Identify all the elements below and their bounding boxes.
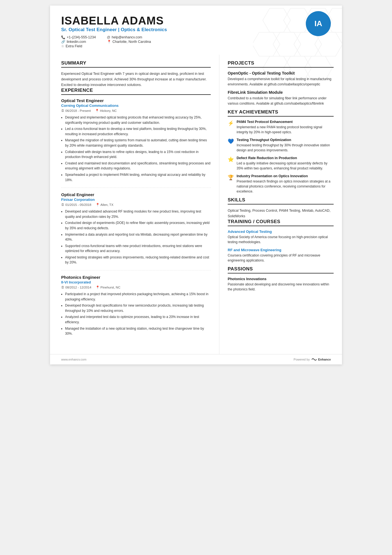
job-1-bullets: Designed and implemented optical testing… (61, 115, 211, 182)
achievements-section: KEY ACHIEVEMENTS ⚡ PAM4 Test Protocol En… (228, 109, 334, 194)
training-1-title: Advanced Optical Testing (228, 230, 334, 234)
job-3: Photonics Engineer II-VI Incorporated 🗓 … (61, 275, 211, 341)
bullet-item: Collaborated with design teams to refine… (65, 149, 211, 160)
avatar-initials: IA (314, 19, 322, 28)
extra-field-contact: ☆ Extra Field (61, 44, 96, 48)
footer-brand: Powered by Enhancv (294, 357, 331, 362)
training-section: TRAINING / COURSES Advanced Optical Test… (228, 219, 334, 263)
achievement-4-title: Industry Presentation on Optics Innovati… (237, 174, 334, 178)
footer: www.enhancv.com Powered by Enhancv (50, 354, 342, 364)
email-contact: @ help@enhancv.com (107, 35, 151, 39)
project-2: FibreLink Simulation Module Contributed … (228, 90, 334, 106)
bullet-item: Managed the migration of testing systems… (65, 138, 211, 148)
job-2-location: 📍 Allen, TX (96, 203, 113, 207)
achievement-1-desc: Implemented a new PAM4 testing protocol … (237, 125, 334, 135)
extra-field-value: Extra Field (66, 44, 82, 48)
bullet-item: Developed thorough test specifications f… (65, 303, 211, 313)
phone-value: +1-(234)-555-1234 (67, 35, 96, 39)
achievements-title: KEY ACHIEVEMENTS (228, 109, 334, 117)
achievement-2-desc: Increased testing throughput by 30% thro… (237, 143, 334, 153)
bullet-item: Developed and validated advanced RF test… (65, 209, 211, 219)
header-section: IA ISABELLA ADAMS Sr. Optical Test Engin… (50, 6, 342, 55)
pin-icon: 📍 (96, 285, 100, 289)
job-2-title: Optical Engineer (61, 192, 211, 197)
bullet-item: Led a cross-functional team to develop a… (65, 126, 211, 137)
footer-website: www.enhancv.com (61, 358, 86, 361)
passions-section: PASSIONS Photonics Innovations Passionat… (228, 266, 334, 292)
job-2-bullets: Developed and validated advanced RF test… (61, 209, 211, 265)
bullet-item: Conducted design of experiments (DOE) to… (65, 220, 211, 231)
training-2: RF and Microwave Engineering Coursera ce… (228, 248, 334, 263)
achievement-1-icon: ⚡ (228, 120, 234, 126)
training-title: TRAINING / COURSES (228, 219, 334, 226)
skills-text: Optical Testing, Process Control, PAM4 T… (228, 208, 334, 219)
project-1-title: OpenOptic - Optical Testing Toolkit (228, 71, 334, 75)
main-content: SUMMARY Experienced Optical Test Enginee… (50, 55, 342, 354)
achievement-3-icon: ⭐ (228, 156, 234, 162)
skills-title: SKILLS (228, 197, 334, 204)
training-2-title: RF and Microwave Engineering (228, 248, 334, 252)
location-icon: 📍 (107, 40, 111, 44)
project-2-desc: Contributed to a module for simulating f… (228, 96, 334, 106)
candidate-title: Sr. Optical Test Engineer | Optics & Ele… (61, 27, 331, 33)
bullet-item: Supported cross-functional teams with ne… (65, 243, 211, 254)
projects-section: PROJECTS OpenOptic - Optical Testing Too… (228, 60, 334, 106)
skills-section: SKILLS Optical Testing, Process Control,… (228, 197, 334, 219)
bullet-item: Implemented a data analysis and reportin… (65, 232, 211, 242)
calendar-icon: 🗓 (61, 109, 64, 112)
passion-1-desc: Passionate about developing and discover… (228, 282, 334, 292)
bullet-item: Spearheaded a project to implement PAM4 … (65, 172, 211, 182)
bullet-item: Designed and implemented optical testing… (65, 115, 211, 125)
email-value: help@enhancv.com (112, 35, 142, 39)
header-col-right: @ help@enhancv.com 📍 Charlotte, North Ca… (107, 35, 151, 48)
email-icon: @ (107, 35, 110, 39)
bullet-item: Participated in a project that improved … (65, 292, 211, 302)
achievement-1-title: PAM4 Test Protocol Enhancement (237, 120, 334, 124)
job-3-location: 📍 Pinehurst, NC (96, 285, 120, 289)
achievement-1: ⚡ PAM4 Test Protocol Enhancement Impleme… (228, 120, 334, 135)
bullet-item: Managed the installation of a new optica… (65, 326, 211, 336)
achievement-2-content: Testing Throughput Optimization Increase… (237, 138, 334, 153)
training-1: Advanced Optical Testing Optical Society… (228, 230, 334, 245)
job-2-company: Finisar Corporation (61, 198, 211, 202)
training-2-desc: Coursera certification covering principl… (228, 253, 334, 263)
passions-title: PASSIONS (228, 266, 334, 273)
job-1-company: Corning Optical Communications (61, 103, 211, 108)
star-icon: ☆ (61, 44, 64, 48)
job-3-bullets: Participated in a project that improved … (61, 292, 211, 336)
achievement-1-content: PAM4 Test Protocol Enhancement Implement… (237, 120, 334, 135)
bullet-item: Aligned testing strategies with process … (65, 255, 211, 265)
brand-name: Enhancv (318, 358, 331, 361)
achievement-4-desc: Presented research findings on optics in… (237, 179, 334, 194)
job-3-date: 🗓 08/2012 - 12/2014 (61, 286, 91, 289)
achievement-4-content: Industry Presentation on Optics Innovati… (237, 174, 334, 194)
passion-1: Photonics Innovations Passionate about d… (228, 277, 334, 292)
enhancv-logo: Enhancv (311, 357, 331, 362)
location-value: Charlotte, North Carolina (113, 40, 151, 44)
location-contact: 📍 Charlotte, North Carolina (107, 40, 151, 44)
linkedin-value: linkedin.com (67, 40, 86, 44)
job-3-company: II-VI Incorporated (61, 280, 211, 284)
achievement-2-title: Testing Throughput Optimization (237, 138, 334, 142)
achievement-2: 💙 Testing Throughput Optimization Increa… (228, 138, 334, 153)
achievement-2-icon: 💙 (228, 138, 234, 144)
linkedin-contact: 🔗 linkedin.com (61, 40, 96, 44)
job-1-date: 🗓 06/2018 - Present (61, 109, 91, 112)
job-2-date: 🗓 01/2015 - 05/2018 (61, 203, 91, 206)
experience-section: EXPERIENCE Optical Test Engineer Corning… (61, 88, 211, 341)
achievement-4: 🏆 Industry Presentation on Optics Innova… (228, 174, 334, 194)
linkedin-icon: 🔗 (61, 40, 65, 44)
right-column: PROJECTS OpenOptic - Optical Testing Too… (219, 55, 342, 354)
project-1-desc: Developed a comprehensive toolkit for op… (228, 77, 334, 87)
left-column: SUMMARY Experienced Optical Test Enginee… (50, 55, 219, 354)
project-2-title: FibreLink Simulation Module (228, 90, 334, 95)
job-3-title: Photonics Engineer (61, 275, 211, 280)
job-1: Optical Test Engineer Corning Optical Co… (61, 98, 211, 188)
experience-title: EXPERIENCE (61, 88, 211, 95)
summary-title: SUMMARY (61, 60, 211, 68)
achievement-3-content: Defect Rate Reduction in Production Led … (237, 156, 334, 171)
training-1-desc: Optical Society of America course focusi… (228, 235, 334, 245)
enhancv-logo-svg (311, 357, 317, 362)
job-1-meta: 🗓 06/2018 - Present 📍 Hickory, NC (61, 109, 211, 113)
achievement-4-icon: 🏆 (228, 174, 234, 181)
